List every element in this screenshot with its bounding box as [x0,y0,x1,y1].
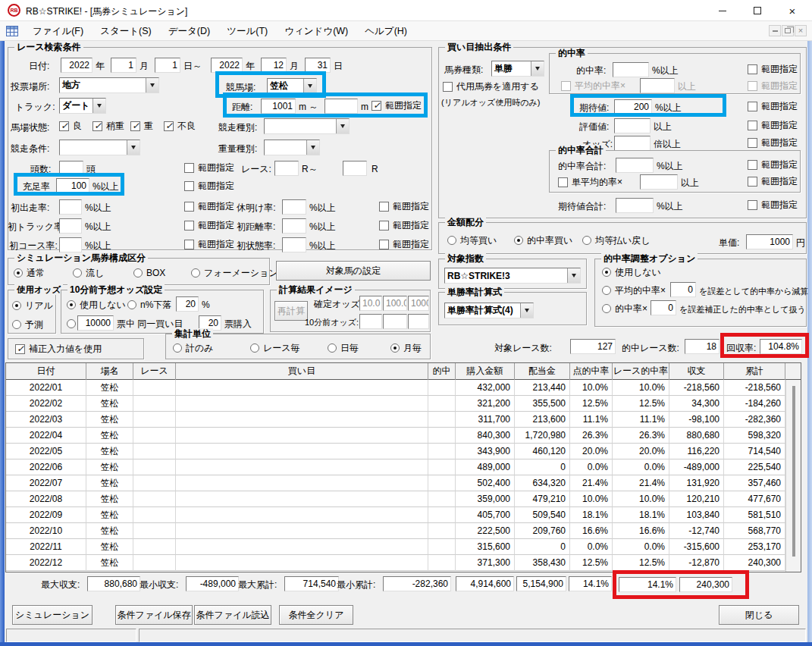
save-condition-button[interactable]: 条件ファイル保存 [115,605,193,625]
date-year-to-input[interactable]: 2022 [211,58,243,73]
avg-hit-checkbox[interactable]: 平均的中率× [561,80,625,91]
race-cond-select[interactable] [59,140,140,155]
column-header[interactable]: 買い目 [176,363,428,380]
mdi-close-button[interactable]: × [795,25,807,36]
first-run-range-checkbox[interactable]: 範囲指定 [184,201,234,212]
weight-type-select[interactable] [264,140,320,155]
mdi-restore-button[interactable] [782,25,794,36]
track-select[interactable]: ダート [59,98,106,114]
going-slightly-heavy-checkbox[interactable]: 稍重 [92,121,124,131]
avg-single-range-checkbox[interactable]: 範囲指定 [748,176,798,187]
recalc-button[interactable]: 再計算 [274,301,308,321]
odds-input[interactable] [614,136,651,151]
table-row[interactable]: 2022/01笠松432,000213,44010.0%10.0%-218,56… [6,380,801,396]
date-day-to-input[interactable]: 31 [305,58,331,73]
win-formula-select[interactable]: 単勝率計算式(4) [444,303,534,318]
first-course-range-checkbox[interactable]: 範囲指定 [184,239,234,249]
table-row[interactable]: 2022/05笠松343,900460,12020.0%20.0%116,220… [6,444,801,459]
table-row[interactable]: 2022/03笠松311,700213,60011.1%11.1%-98,100… [6,412,801,428]
table-row[interactable]: 2022/08笠松359,000479,21010.0%10.0%120,210… [6,491,801,507]
first-going-range-checkbox[interactable]: 範囲指定 [379,239,429,249]
alloc-equal-return-radio[interactable]: 均等払い戻し [582,235,651,246]
column-header[interactable]: 的中 [428,363,456,380]
first-dist-range-checkbox[interactable]: 範囲指定 [379,220,429,230]
fixed-odds-input-3[interactable]: 1000 [408,296,429,311]
sim-type-nagashi-radio[interactable]: 流し [73,268,104,278]
ticket-type-select[interactable]: 単勝 [491,61,544,77]
hit-rate-range-checkbox[interactable]: 範囲指定 [748,64,798,74]
race-no-from-input[interactable] [274,161,299,176]
table-row[interactable]: 2022/02笠松321,200355,50012.5%12.5%34,300-… [6,396,801,412]
avg-hit-input[interactable] [640,78,675,93]
odds-range-checkbox[interactable]: 範囲指定 [748,137,798,148]
date-month-from-input[interactable]: 1 [111,58,136,73]
first-run-input[interactable] [59,199,82,215]
pre-odds-input-2[interactable] [383,314,407,329]
votes-input[interactable]: 10000 [77,315,114,331]
agg-total-only-radio[interactable]: 計のみ [173,343,214,353]
menu-grid-icon[interactable] [6,26,18,36]
rest-return-range-checkbox[interactable]: 範囲指定 [379,201,429,212]
pre-odds-votes-radio[interactable] [67,318,76,329]
evaluation-input[interactable] [614,118,651,133]
column-header[interactable]: 日付 [6,363,86,380]
adjust-hit-radio[interactable]: 的中率× [602,303,647,314]
race-no-to-input[interactable] [343,161,367,176]
table-row[interactable]: 2022/11笠松315,60000.0%0.0%-315,600253,170 [6,539,801,555]
fill-rate-range-checkbox[interactable]: 範囲指定 [184,180,234,191]
column-header[interactable]: 収支 [669,363,724,380]
scrollbar-thumb[interactable] [792,386,795,557]
close-button[interactable]: × [775,0,810,21]
menu-data[interactable]: データ(D) [160,21,218,41]
pre-odds-drop-radio[interactable]: n%下落 [127,299,171,310]
fill-rate-input[interactable]: 100 [56,178,89,193]
close-dialog-button[interactable]: 閉じる [719,605,799,625]
distance-to-input[interactable] [324,99,358,114]
unit-price-input[interactable]: 1000 [746,234,793,249]
going-heavy-checkbox[interactable]: 重 [130,121,153,131]
rest-return-input[interactable] [282,199,306,215]
expectation-range-checkbox[interactable]: 範囲指定 [748,101,798,111]
first-course-input[interactable] [59,237,82,252]
evaluation-range-checkbox[interactable]: 範囲指定 [748,120,798,130]
date-year-from-input[interactable]: 2022 [61,58,92,73]
avg-hit-range-checkbox[interactable]: 範囲指定 [748,80,798,91]
menu-tool[interactable]: ツール(T) [218,21,276,41]
maximize-button[interactable] [740,0,775,21]
hit-total-input[interactable] [616,158,654,173]
distance-range-checkbox[interactable]: 範囲指定 [372,100,422,111]
column-header[interactable]: 購入金額 [456,363,515,380]
adjust-none-radio[interactable]: 使用しない [602,267,661,278]
date-day-from-input[interactable]: 1 [155,58,180,73]
odds-forecast-radio[interactable]: 予測 [12,319,43,330]
agg-per-race-radio[interactable]: レース毎 [250,343,300,353]
minimize-button[interactable] [705,0,740,21]
course-select[interactable]: 笠松 [267,78,317,94]
target-horse-button[interactable]: 対象馬の設定 [276,261,431,281]
pre-odds-input-3[interactable] [408,314,429,329]
table-row[interactable]: 2022/12笠松371,300358,43012.5%12.5%-12,870… [6,555,801,571]
going-good-checkbox[interactable]: 良 [59,121,82,131]
table-row[interactable]: 2022/10笠松222,500209,76016.6%16.6%-12,740… [6,523,801,539]
avg-single-checkbox[interactable]: 単平均的率× [558,177,622,187]
menu-start[interactable]: スタート(S) [92,21,160,41]
column-header[interactable]: 点的中率 [570,363,613,380]
column-header[interactable]: レース的中率 [613,363,669,380]
expect-total-input[interactable] [616,198,654,213]
adjust-hit-input[interactable]: 0 [651,300,676,315]
agg-per-day-radio[interactable]: 日毎 [328,343,359,353]
odds-real-radio[interactable]: リアル [12,300,53,311]
column-header[interactable]: 場名 [86,363,133,380]
clear-condition-button[interactable]: 条件全クリア [279,605,353,625]
alloc-equal-buy-radio[interactable]: 均等買い [447,235,497,246]
first-going-input[interactable] [282,237,306,252]
table-row[interactable]: 2022/07笠松502,400634,32021.4%21.4%131,920… [6,475,801,491]
drop-pct-input[interactable]: 20 [176,296,199,312]
vertical-scrollbar[interactable] [785,380,801,572]
sim-type-box-radio[interactable]: BOX [133,268,165,278]
mdi-minimize-button[interactable] [769,25,781,36]
heads-input[interactable] [59,161,83,176]
table-row[interactable]: 2022/06笠松489,00000.0%0.0%-489,000225,540 [6,459,801,475]
adjust-avg-input[interactable]: 0 [670,282,696,297]
first-track-input[interactable] [59,218,82,234]
